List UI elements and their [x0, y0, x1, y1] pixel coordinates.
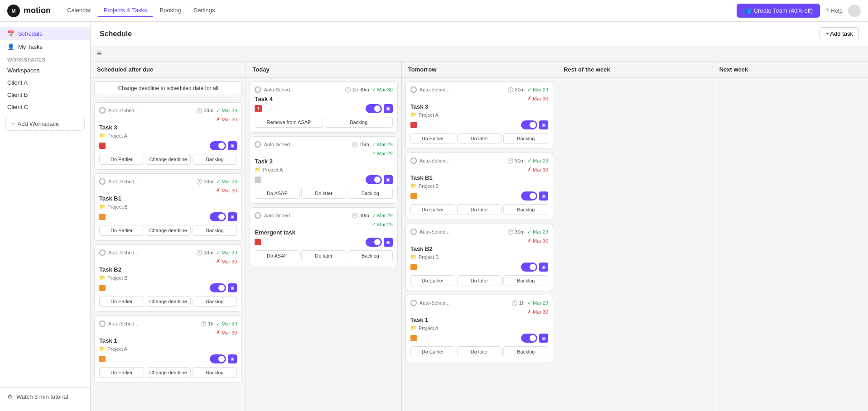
task-project: 📁 Project B	[410, 254, 548, 260]
task-radio[interactable]	[99, 178, 106, 185]
sidebar-item-schedule[interactable]: 📅 Schedule	[0, 27, 90, 40]
camera-icon[interactable]: ▣	[539, 334, 548, 343]
task-toggle[interactable]	[210, 354, 226, 363]
board: Scheduled after due Change deadline to s…	[91, 62, 868, 411]
logo[interactable]: M motion	[7, 5, 51, 17]
sidebar-workspace-client-b[interactable]: Client B	[0, 89, 90, 101]
help-button[interactable]: ? Help	[825, 7, 843, 14]
camera-icon[interactable]: ▣	[228, 212, 237, 221]
sidebar-workspace-client-a[interactable]: Client A	[0, 76, 90, 89]
column-body-scheduled-after-due: Change deadline to scheduled date for al…	[91, 78, 246, 411]
remove-from-asap-button[interactable]: Remove from ASAP	[255, 117, 323, 128]
task-date-deadline: ✓ Mar 29	[372, 150, 393, 156]
nav-calendar[interactable]: Calendar	[62, 4, 96, 17]
camera-icon[interactable]: ▣	[228, 354, 237, 363]
clock-icon: 🕐	[511, 300, 518, 306]
backlog-button[interactable]: Backlog	[503, 204, 548, 215]
do-later-button[interactable]: Do later	[457, 133, 502, 144]
task-toggle[interactable]	[366, 175, 382, 184]
toggle-wrapper: ▣	[210, 354, 237, 363]
user-avatar[interactable]	[848, 5, 861, 17]
do-earlier-button[interactable]: Do Earlier	[99, 154, 144, 165]
toggle-wrapper: ▣	[210, 212, 237, 221]
x-icon: ✗	[216, 116, 220, 122]
task-toggle[interactable]	[521, 334, 537, 343]
task-date-scheduled: ✓ Mar 29	[527, 229, 548, 235]
task-name: Task B2	[99, 266, 237, 273]
do-later-button[interactable]: Do later	[457, 204, 502, 215]
backlog-button[interactable]: Backlog	[193, 225, 237, 236]
task-actions: Do ASAP Do later Backlog	[255, 188, 392, 199]
change-deadline-task-button[interactable]: Change deadline	[146, 367, 191, 378]
task-date-deadline: ✗ Mar 30	[527, 167, 548, 172]
do-earlier-button[interactable]: Do Earlier	[410, 275, 455, 286]
do-earlier-button[interactable]: Do Earlier	[99, 296, 144, 307]
backlog-button[interactable]: Backlog	[503, 346, 548, 357]
task-radio[interactable]	[255, 212, 261, 219]
camera-icon[interactable]: ▣	[539, 263, 548, 272]
camera-icon[interactable]: ▣	[384, 238, 393, 247]
task-radio[interactable]	[410, 229, 417, 235]
backlog-button[interactable]: Backlog	[503, 133, 548, 144]
watch-tutorial-button[interactable]: ⚙ Watch 3 min tutorial	[7, 393, 83, 400]
nav-booking[interactable]: Booking	[154, 4, 187, 17]
change-deadline-button[interactable]: Change deadline to scheduled date for al…	[94, 81, 242, 95]
do-later-button[interactable]: Do later	[457, 275, 502, 286]
task-toggle[interactable]	[366, 238, 382, 247]
do-earlier-button[interactable]: Do Earlier	[410, 346, 455, 357]
do-later-button[interactable]: Do later	[301, 250, 346, 261]
change-deadline-task-button[interactable]: Change deadline	[146, 154, 191, 165]
sidebar-workspace-client-c[interactable]: Client C	[0, 101, 90, 113]
backlog-button[interactable]: Backlog	[193, 367, 237, 378]
task-project: 📁 Project A	[99, 346, 237, 352]
task-radio[interactable]	[99, 107, 106, 114]
backlog-button[interactable]: Backlog	[348, 188, 393, 199]
do-later-button[interactable]: Do later	[301, 188, 346, 199]
add-workspace-button[interactable]: + Add Workspace	[5, 117, 85, 131]
task-radio[interactable]	[255, 86, 261, 93]
camera-icon[interactable]: ▣	[228, 141, 237, 150]
backlog-button[interactable]: Backlog	[193, 154, 237, 165]
change-deadline-task-button[interactable]: Change deadline	[146, 225, 191, 236]
add-task-button[interactable]: + Add task	[820, 27, 859, 40]
camera-icon[interactable]: ▣	[384, 175, 393, 184]
camera-icon[interactable]: ▣	[384, 104, 393, 113]
task-toggle[interactable]	[366, 104, 382, 113]
camera-icon[interactable]: ▣	[228, 283, 237, 292]
task-radio[interactable]	[99, 249, 106, 256]
do-asap-button[interactable]: Do ASAP	[255, 250, 299, 261]
task-toggle[interactable]	[521, 191, 537, 201]
task-radio[interactable]	[410, 300, 417, 306]
backlog-button[interactable]: Backlog	[193, 296, 237, 307]
person-icon: 👤	[7, 43, 14, 50]
task-toggle[interactable]	[521, 120, 537, 129]
camera-icon[interactable]: ▣	[539, 120, 548, 129]
nav-settings[interactable]: Settings	[188, 4, 221, 17]
do-asap-button[interactable]: Do ASAP	[255, 188, 299, 199]
task-toggle[interactable]	[210, 212, 226, 221]
nav-projects-tasks[interactable]: Projects & Tasks	[98, 4, 153, 17]
change-deadline-task-button[interactable]: Change deadline	[146, 296, 191, 307]
create-team-button[interactable]: 👥 Create Team (40% off)	[737, 4, 820, 18]
backlog-button[interactable]: Backlog	[348, 250, 393, 261]
task-radio[interactable]	[255, 141, 261, 148]
task-radio[interactable]	[410, 158, 417, 164]
column-header-today: Today	[246, 62, 401, 78]
hamburger-icon[interactable]: ≡	[97, 49, 102, 58]
backlog-button[interactable]: Backlog	[325, 117, 393, 128]
sidebar-item-my-tasks[interactable]: 👤 My Tasks	[0, 40, 90, 53]
do-earlier-button[interactable]: Do Earlier	[99, 225, 144, 236]
camera-icon[interactable]: ▣	[539, 191, 548, 201]
task-time: 🕐 30m	[507, 87, 525, 93]
task-radio[interactable]	[99, 320, 106, 327]
do-earlier-button[interactable]: Do Earlier	[99, 367, 144, 378]
do-earlier-button[interactable]: Do Earlier	[410, 204, 455, 215]
do-earlier-button[interactable]: Do Earlier	[410, 133, 455, 144]
do-later-button[interactable]: Do later	[457, 346, 502, 357]
backlog-button[interactable]: Backlog	[503, 275, 548, 286]
task-toggle[interactable]	[210, 141, 226, 150]
task-radio[interactable]	[410, 86, 417, 93]
task-toggle[interactable]	[521, 263, 537, 272]
task-toggle[interactable]	[210, 283, 226, 292]
sidebar-workspace-workspaces[interactable]: Workspaces	[0, 64, 90, 76]
